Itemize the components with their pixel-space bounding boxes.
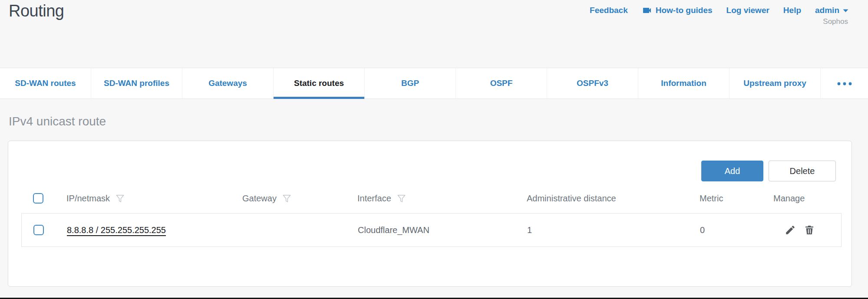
- column-header-metric: Metric: [700, 194, 773, 204]
- brand-label: Sophos: [823, 17, 848, 26]
- add-button[interactable]: Add: [701, 161, 763, 181]
- column-header-metric-label: Metric: [700, 194, 723, 204]
- section-title: IPv4 unicast route: [9, 115, 106, 128]
- howto-guides-link-label: How-to guides: [656, 6, 713, 15]
- select-all-checkbox[interactable]: [33, 193, 43, 204]
- tab-ospfv3[interactable]: OSPFv3: [547, 68, 638, 99]
- tab-ospf[interactable]: OSPF: [456, 68, 547, 99]
- admin-menu[interactable]: admin: [815, 6, 848, 15]
- row-cell-interface: Cloudflare_MWAN: [358, 225, 527, 235]
- header-links: Feedback How-to guides Log viewer Help a…: [590, 5, 848, 16]
- column-header-gateway-label: Gateway: [242, 194, 277, 204]
- help-link[interactable]: Help: [783, 6, 801, 15]
- feedback-link[interactable]: Feedback: [590, 6, 628, 15]
- tab-overflow-button[interactable]: [821, 68, 868, 99]
- pencil-icon[interactable]: [785, 224, 796, 236]
- row-checkbox[interactable]: [33, 225, 44, 235]
- admin-menu-label: admin: [815, 6, 839, 15]
- header-checkbox-cell: [21, 193, 66, 204]
- row-cell-metric: 0: [700, 225, 774, 235]
- column-header-interface-label: Interface: [357, 194, 391, 204]
- tab-static-routes[interactable]: Static routes: [274, 68, 365, 99]
- column-header-administrative-distance: Administrative distance: [527, 194, 700, 204]
- tab-gateways[interactable]: Gateways: [182, 68, 274, 99]
- delete-button[interactable]: Delete: [769, 161, 836, 181]
- column-header-manage: Manage: [773, 194, 842, 204]
- log-viewer-link-label: Log viewer: [726, 6, 769, 15]
- tab-upstream-proxy[interactable]: Upstream proxy: [729, 68, 821, 99]
- column-header-interface: Interface: [357, 194, 527, 204]
- howto-guides-link[interactable]: How-to guides: [642, 5, 713, 16]
- help-link-label: Help: [783, 6, 801, 15]
- tab-bgp[interactable]: BGP: [365, 68, 456, 99]
- static-routes-card: Add Delete IP/netmask Gateway Interface …: [8, 141, 852, 287]
- funnel-icon[interactable]: [282, 194, 292, 204]
- tab-information[interactable]: Information: [638, 68, 729, 99]
- row-checkbox-cell: [22, 225, 67, 235]
- table-row: 8.8.8.8 / 255.255.255.255 Cloudflare_MWA…: [21, 213, 842, 247]
- column-header-manage-label: Manage: [773, 194, 805, 204]
- card-toolbar: Add Delete: [701, 161, 836, 181]
- column-header-administrative-distance-label: Administrative distance: [527, 194, 616, 204]
- funnel-icon[interactable]: [115, 194, 125, 204]
- column-header-gateway: Gateway: [242, 194, 357, 204]
- log-viewer-link[interactable]: Log viewer: [726, 6, 769, 15]
- funnel-icon[interactable]: [396, 194, 406, 204]
- page-title: Routing: [9, 2, 64, 20]
- routing-tabbar: SD-WAN routes SD-WAN profiles Gateways S…: [0, 68, 868, 99]
- feedback-link-label: Feedback: [590, 6, 628, 15]
- page-header: Routing Feedback How-to guides Log viewe…: [0, 0, 868, 68]
- row-cell-manage: [774, 224, 841, 236]
- column-header-ip-netmask: IP/netmask: [66, 194, 242, 204]
- tab-sd-wan-profiles[interactable]: SD-WAN profiles: [91, 68, 182, 99]
- column-header-ip-netmask-label: IP/netmask: [66, 194, 110, 204]
- video-camera-icon: [642, 5, 652, 16]
- tab-sd-wan-routes[interactable]: SD-WAN routes: [0, 68, 91, 99]
- trash-icon[interactable]: [804, 224, 815, 236]
- caret-down-icon: [843, 9, 848, 13]
- ip-netmask-link[interactable]: 8.8.8.8 / 255.255.255.255: [67, 225, 166, 235]
- row-cell-ip-netmask: 8.8.8.8 / 255.255.255.255: [67, 225, 243, 235]
- row-cell-administrative-distance: 1: [527, 225, 700, 235]
- ellipsis-icon: [837, 79, 852, 87]
- table-header-row: IP/netmask Gateway Interface Administrat…: [21, 190, 842, 207]
